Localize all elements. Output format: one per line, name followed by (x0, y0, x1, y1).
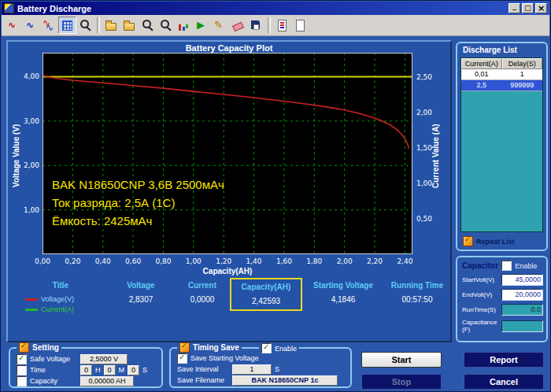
edit-pencil-button[interactable] (211, 17, 229, 34)
table-row[interactable]: 2,5999999 (461, 80, 542, 91)
cancel-button[interactable]: Cancel (464, 374, 544, 390)
zoom-window-icon (79, 19, 92, 31)
open-data-button[interactable] (120, 17, 139, 34)
timing-save-title: Timing Save (177, 342, 242, 353)
save-interval-input[interactable]: 1 (232, 364, 272, 375)
time-checkbox[interactable] (17, 365, 27, 375)
stats-header-capacity: Capacity(AH) (231, 283, 301, 291)
erase-button[interactable] (229, 17, 247, 34)
stop-button[interactable]: Stop (361, 374, 442, 390)
x-tick: 1,20 (213, 257, 235, 265)
voltage-value: 2,8307 (107, 295, 175, 304)
capacity-limit-input[interactable]: 0,00000 AH (80, 376, 134, 386)
chart-view-icon (177, 19, 190, 31)
x-tick: 1,80 (303, 257, 325, 265)
save-starting-voltage-label: Save Starting Voltage (190, 354, 259, 362)
capacitor-header: Capacitor Enable (462, 261, 543, 271)
time-minutes-input[interactable]: 0 (104, 365, 116, 375)
repeat-list-icon (463, 236, 473, 246)
stats-header-title: Title (14, 281, 107, 290)
save-data-icon (250, 19, 263, 31)
discharge-table-header: Current(A)Delay(S) (461, 58, 542, 69)
starting-voltage-value: 4,1846 (302, 295, 384, 304)
report-button[interactable]: Report (464, 352, 544, 368)
save-interval-label: Save Interval (177, 365, 229, 373)
plot-dual-curve-button[interactable] (40, 17, 58, 34)
minutes-unit-label: M (119, 366, 125, 374)
plot-area[interactable]: BAK N18650CNP 3,6В 2500мАчТок разряда: 2… (43, 53, 412, 254)
plot-dual-curve-icon (43, 19, 56, 31)
capacitor-enable-checkbox[interactable] (501, 261, 512, 271)
stats-col-voltage: Voltage 2,8307 (107, 278, 175, 304)
save-filename-input[interactable]: BAK N18650CNP 1c (232, 375, 338, 386)
legend-label: Voltage(V) (41, 295, 74, 303)
safe-voltage-input[interactable]: 2,5000 V (80, 354, 128, 364)
chart-legend: Voltage(V)Current(A) (14, 295, 107, 313)
capacitor-input-1[interactable]: 20,0000 (501, 289, 543, 301)
x-tick: 0,40 (92, 257, 114, 265)
capacitor-input-2: 0,0 (501, 304, 543, 316)
chart-annotation: BAK N18650CNP 3,6В 2500мАчТок разряда: 2… (52, 176, 224, 230)
erase-icon (231, 19, 245, 31)
timing-enable-group: Enable (259, 343, 299, 353)
zoom-out-button[interactable] (157, 17, 175, 34)
legend-row: Voltage(V) (25, 295, 107, 303)
print-doc-button[interactable] (291, 17, 309, 34)
stats-header-running-time: Running Time (384, 281, 450, 290)
open-file-button[interactable] (102, 17, 120, 34)
time-seconds-input[interactable]: 0 (128, 365, 139, 375)
capacitor-field-label: RunTime(S) (462, 306, 501, 313)
app-icon (4, 3, 14, 13)
close-icon (538, 5, 545, 12)
minimize-button[interactable] (508, 3, 520, 13)
capacity-checkbox[interactable] (17, 376, 27, 386)
discharge-table[interactable]: Current(A)Delay(S) 0,0112,5999999 (460, 57, 543, 232)
x-tick: 1,00 (183, 257, 205, 265)
x-axis-label: Capacity(AH) (43, 267, 412, 276)
report-doc-button[interactable] (273, 17, 291, 34)
chart-view-button[interactable] (175, 17, 193, 34)
table-row[interactable]: 0,011 (461, 69, 542, 80)
timing-enable-checkbox[interactable] (261, 343, 272, 353)
repeat-list-checkbox[interactable]: Repeat List (463, 236, 515, 246)
x-tick: 2,20 (364, 257, 386, 265)
zoom-in-button[interactable] (139, 17, 157, 34)
x-tick: 0,60 (122, 257, 144, 265)
capacitor-field-label: StartVolt(V) (462, 276, 501, 283)
stats-col-current: Current 0,0000 (175, 278, 230, 304)
capacitor-input-0[interactable]: 45,0000 (501, 274, 543, 286)
capacity-value: 2,42593 (231, 297, 301, 305)
time-hours-input[interactable]: 0 (80, 365, 92, 375)
stats-col-capacity-highlighted: Capacity(AH) 2,42593 (230, 278, 302, 311)
toolbar (2, 15, 549, 36)
discharge-table-rows: 0,0112,5999999 (461, 69, 542, 91)
plot-blue-curve-button[interactable] (22, 17, 40, 34)
pan-grid-button[interactable] (58, 17, 76, 34)
table-cell: 999999 (502, 80, 543, 91)
save-starting-voltage-checkbox[interactable] (177, 353, 187, 364)
maximize-button[interactable] (522, 3, 534, 13)
maximize-icon (524, 5, 531, 12)
plot-red-curve-button[interactable] (4, 17, 22, 34)
capacitor-title: Capacitor (462, 261, 498, 270)
close-button[interactable] (535, 3, 547, 13)
save-data-button[interactable] (247, 17, 265, 34)
zoom-window-button[interactable] (76, 17, 94, 34)
safe-voltage-checkbox[interactable] (17, 354, 27, 364)
seconds-unit-label: S (142, 366, 147, 374)
start-run-button[interactable] (193, 17, 211, 34)
stats-col-running-time: Running Time 00:57:50 (384, 278, 450, 304)
start-button[interactable]: Start (361, 352, 442, 368)
x-tick: 0,20 (61, 257, 83, 265)
x-tick: 2,00 (334, 257, 356, 265)
discharge-list-panel: Discharge List Current(A)Delay(S) 0,0112… (456, 42, 548, 251)
capacitor-panel: Capacitor Enable StartVolt(V)45,0000EndV… (456, 256, 548, 342)
y-left-tick: 4,00 (19, 72, 39, 80)
repeat-list-label: Repeat List (476, 238, 515, 246)
titlebar[interactable]: Battery Discharge (2, 2, 549, 15)
save-interval-unit: S (275, 365, 279, 373)
minimize-icon (512, 6, 516, 10)
setting-icon (19, 342, 29, 353)
timing-enable-label: Enable (275, 345, 297, 353)
capacitor-field-row: StartVolt(V)45,0000 (462, 274, 543, 286)
